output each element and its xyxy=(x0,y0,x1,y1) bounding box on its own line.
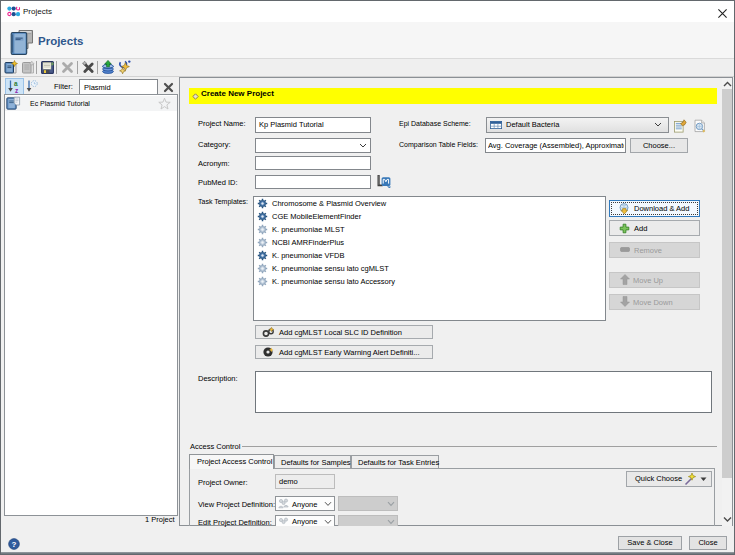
svg-text:?: ? xyxy=(12,540,17,549)
svg-text:z: z xyxy=(15,87,19,93)
